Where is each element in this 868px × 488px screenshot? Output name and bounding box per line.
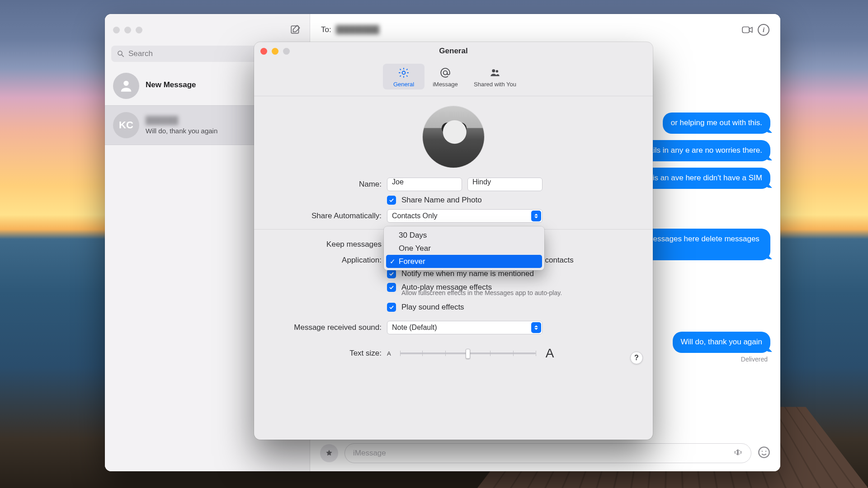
zoom-dot[interactable] <box>136 27 142 33</box>
text-size-label: Text size: <box>268 349 387 358</box>
help-button[interactable]: ? <box>630 352 643 364</box>
name-label: Name: <box>268 180 387 189</box>
emoji-icon[interactable] <box>758 446 770 460</box>
svg-point-11 <box>496 70 498 72</box>
help-label: ? <box>634 354 639 362</box>
minimize-dot[interactable] <box>124 27 131 33</box>
thread-header: To: ████████ i <box>310 14 780 46</box>
share-auto-value: Contacts Only <box>392 212 437 220</box>
compose-row: iMessage <box>310 439 780 471</box>
prefs-tabs: General iMessage Shared with You <box>254 60 653 96</box>
notify-mention-label: Notify me when my name is mentioned <box>401 269 534 278</box>
application-label: Application: <box>268 256 387 265</box>
search-placeholder: Search <box>128 49 153 58</box>
autoplay-checkbox[interactable] <box>387 283 396 292</box>
search-icon <box>117 50 125 58</box>
svg-point-3 <box>123 81 128 86</box>
window-traffic-lights[interactable] <box>113 27 142 33</box>
compose-icon[interactable] <box>290 24 302 36</box>
stepper-icon <box>531 211 541 221</box>
preferences-window: General General iMessage Shared with You… <box>254 42 653 440</box>
prefs-title: General <box>254 47 653 56</box>
prefs-traffic-lights[interactable] <box>260 48 290 55</box>
message-bubble: Will do, thank you again <box>673 332 771 353</box>
avatar: KC <box>113 112 139 138</box>
tab-label: General <box>393 81 414 88</box>
delivered-status: Delivered <box>741 356 770 363</box>
close-dot[interactable] <box>260 48 267 55</box>
minimize-dot[interactable] <box>272 48 278 55</box>
text-size-slider[interactable] <box>400 352 536 354</box>
svg-point-5 <box>759 447 769 457</box>
first-name-value: Joe <box>392 178 404 186</box>
tab-label: iMessage <box>433 81 458 88</box>
people-icon <box>466 66 524 79</box>
window-titlebar <box>105 14 310 46</box>
svg-point-1 <box>118 51 122 55</box>
prefs-titlebar: General <box>254 42 653 60</box>
message-placeholder: iMessage <box>353 449 386 458</box>
recipient-name: ████████ <box>336 25 379 34</box>
share-auto-select[interactable]: Contacts Only <box>387 209 542 223</box>
to-label: To: <box>321 25 331 34</box>
avatar <box>113 73 139 99</box>
received-sound-value: Note (Default) <box>392 324 437 332</box>
gear-icon <box>383 66 425 79</box>
dropdown-option-30days[interactable]: 30 Days <box>386 229 542 242</box>
last-name-field[interactable]: Hindy <box>467 178 542 191</box>
sound-effects-label: Play sound effects <box>401 303 464 312</box>
message-bubble: or helping me out with this. <box>663 113 770 134</box>
avatar-initials: KC <box>119 119 133 131</box>
svg-point-8 <box>402 71 406 75</box>
text-size-min-icon: A <box>387 350 391 357</box>
dropdown-option-forever[interactable]: Forever <box>386 255 542 268</box>
svg-point-7 <box>765 451 766 452</box>
slider-knob[interactable] <box>466 349 470 359</box>
tab-imessage[interactable]: iMessage <box>425 64 466 89</box>
details-icon[interactable]: i <box>758 24 769 36</box>
close-dot[interactable] <box>113 27 120 33</box>
profile-photo[interactable] <box>423 106 484 168</box>
keep-messages-label: Keep messages <box>268 240 387 249</box>
stepper-icon <box>531 322 541 333</box>
svg-point-10 <box>492 69 495 72</box>
svg-point-6 <box>762 451 763 452</box>
share-auto-label: Share Automatically: <box>268 211 387 221</box>
option-label: Forever <box>399 257 425 266</box>
keep-messages-dropdown: 30 Days One Year Forever <box>384 226 544 270</box>
notify-mention-checkbox[interactable] <box>387 269 396 278</box>
message-input[interactable]: iMessage <box>344 443 751 463</box>
dropdown-option-oneyear[interactable]: One Year <box>386 242 542 255</box>
sound-effects-checkbox[interactable] <box>387 303 396 312</box>
option-label: 30 Days <box>399 231 427 240</box>
at-icon <box>425 66 466 79</box>
first-name-field[interactable]: Joe <box>387 178 462 191</box>
share-name-photo-label: Share Name and Photo <box>401 196 482 205</box>
option-label: One Year <box>399 244 431 253</box>
received-sound-select[interactable]: Note (Default) <box>387 321 542 334</box>
autoplay-hint: Allow fullscreen effects in the Messages… <box>401 289 562 296</box>
share-name-photo-checkbox[interactable] <box>387 196 396 205</box>
zoom-dot[interactable] <box>283 48 290 55</box>
svg-rect-4 <box>742 27 749 33</box>
last-name-value: Hindy <box>472 178 491 186</box>
facetime-icon[interactable] <box>741 24 753 36</box>
svg-point-9 <box>443 71 448 75</box>
apps-icon[interactable] <box>320 444 338 462</box>
text-size-max-icon: A <box>546 346 554 361</box>
tab-shared-with-you[interactable]: Shared with You <box>466 64 524 89</box>
received-sound-label: Message received sound: <box>268 323 387 332</box>
svg-line-2 <box>122 55 124 57</box>
tab-general[interactable]: General <box>383 64 425 89</box>
tab-label: Shared with You <box>474 81 516 88</box>
dictate-icon[interactable] <box>733 447 743 460</box>
